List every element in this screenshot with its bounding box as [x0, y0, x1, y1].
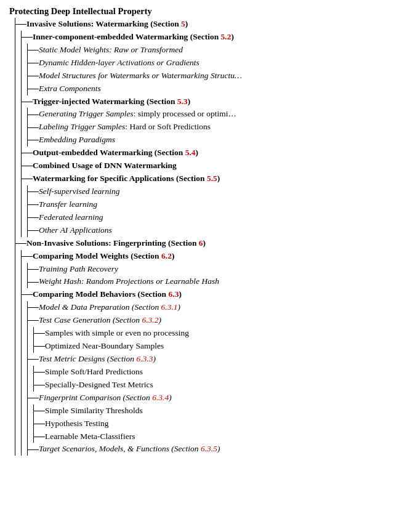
- node-label-fingerprint-comp: Fingerprint Comparison (Section 6.3.4): [39, 392, 172, 405]
- node-row-compare-weights: Comparing Model Weights (Section 6.2): [22, 250, 388, 263]
- node-row-embed-para: Embedding Paradigms: [28, 134, 388, 147]
- node-row-model-struct: Model Structures for Watermarks or Water…: [28, 70, 388, 83]
- node-row-invasive: Invasive Solutions: Watermarking (Sectio…: [15, 18, 388, 31]
- connector-h-label-trigger: [28, 127, 39, 128]
- node-label-other-ai: Other AI Applications: [39, 224, 112, 237]
- node-label-model-struct: Model Structures for Watermarks or Water…: [39, 70, 242, 83]
- node-label-training-path: Training Path Recovery: [39, 263, 118, 276]
- node-label-federated: Federated learning: [39, 211, 103, 224]
- node-row-test-metric: Test Metric Designs (Section 6.3.3): [28, 353, 388, 366]
- children-inner-test-metric: Simple Soft/Hard PredictionsSpecially-De…: [33, 366, 388, 392]
- connector-h-model-struct: [28, 76, 39, 76]
- connector-h-hypothesis: [34, 424, 45, 424]
- node-label-test-metric: Test Metric Designs (Section 6.3.3): [39, 353, 156, 366]
- root-connector: Invasive Solutions: Watermarking (Sectio…: [15, 18, 388, 456]
- connector-h-learnable-meta: [34, 437, 45, 437]
- node-row-federated: Federated learning: [28, 211, 388, 224]
- connector-h-gen-trigger: [28, 115, 39, 115]
- connector-h-fingerprint-comp: [28, 398, 39, 398]
- node-row-specially-designed: Specially-Designed Test Metrics: [34, 379, 388, 392]
- node-label-static: Static Model Weights: Raw or Transformed: [39, 44, 183, 57]
- node-row-training-path: Training Path Recovery: [28, 263, 388, 276]
- connector-h-model-data-prep: [28, 307, 39, 308]
- connector-h-compare-weights: [22, 256, 33, 257]
- node-row-simple-sim: Simple Similarity Thresholds: [34, 405, 388, 417]
- tree-node-non-invasive: Non-Invasive Solutions: Fingerprinting (…: [15, 237, 388, 456]
- connector-h-dynamic: [28, 63, 39, 63]
- children-inner-watermark-specific: Self-supervised learningTransfer learnin…: [27, 185, 388, 237]
- connector-h-embed-para: [28, 140, 39, 140]
- tree-node-test-case-gen: Test Case Generation (Section 6.3.2)Samp…: [28, 314, 388, 353]
- tree-node-target-scenarios: Target Scenarios, Models, & Functions (S…: [28, 443, 388, 456]
- tree-node-samples-simple: Samples with simple or even no processin…: [34, 327, 388, 340]
- node-label-inner-comp: Inner-component-embedded Watermarking (S…: [33, 31, 234, 44]
- node-label-embed-para: Embedding Paradigms: [39, 134, 115, 147]
- tree-node-dynamic: Dynamic Hidden-layer Activations or Grad…: [28, 57, 388, 70]
- node-label-learnable-meta: Learnable Meta-Classifiers: [45, 430, 135, 443]
- tree-node-gen-trigger: Generating Trigger Samples: simply proce…: [28, 108, 388, 121]
- node-label-output-embed: Output-embedded Watermarking (Section 5.…: [33, 147, 198, 159]
- node-row-optimized-near: Optimized Near-Boundary Samples: [34, 340, 388, 353]
- children-inner-fingerprint-comp: Simple Similarity ThresholdsHypothesis T…: [33, 405, 388, 443]
- node-label-hypothesis: Hypothesis Testing: [45, 417, 108, 430]
- children-inner-test-case-gen: Samples with simple or even no processin…: [33, 327, 388, 353]
- node-label-samples-simple: Samples with simple or even no processin…: [45, 327, 189, 340]
- children-inner-non-invasive: Comparing Model Weights (Section 6.2)Tra…: [21, 250, 388, 456]
- tree-node-compare-weights: Comparing Model Weights (Section 6.2)Tra…: [22, 250, 388, 289]
- connector-h-extra: [28, 89, 39, 89]
- tree-node-embed-para: Embedding Paradigms: [28, 134, 388, 147]
- connector-h-weight-hash: [28, 282, 39, 283]
- node-label-non-invasive: Non-Invasive Solutions: Fingerprinting (…: [26, 237, 206, 250]
- connector-h-transfer-learning: [28, 204, 39, 205]
- node-row-transfer-learning: Transfer learning: [28, 198, 388, 211]
- node-row-combined: Combined Usage of DNN Watermarking: [22, 159, 388, 172]
- tree-node-static: Static Model Weights: Raw or Transformed: [28, 44, 388, 57]
- tree-node-simple-sim: Simple Similarity Thresholds: [34, 405, 388, 417]
- node-row-fingerprint-comp: Fingerprint Comparison (Section 6.3.4): [28, 392, 388, 405]
- node-row-inner-comp: Inner-component-embedded Watermarking (S…: [22, 31, 388, 44]
- children-test-case-gen: Samples with simple or even no processin…: [28, 327, 388, 353]
- node-row-learnable-meta: Learnable Meta-Classifiers: [34, 430, 388, 443]
- children-trigger-inject: Generating Trigger Samples: simply proce…: [22, 108, 388, 147]
- node-label-weight-hash: Weight Hash: Random Projections or Learn…: [39, 275, 219, 288]
- children-watermark-specific: Self-supervised learningTransfer learnin…: [22, 185, 388, 237]
- tree-node-training-path: Training Path Recovery: [28, 263, 388, 276]
- node-row-simple-soft: Simple Soft/Hard Predictions: [34, 366, 388, 379]
- tree-node-specially-designed: Specially-Designed Test Metrics: [34, 379, 388, 392]
- node-row-label-trigger: Labeling Trigger Samples: Hard or Soft P…: [28, 121, 388, 134]
- connector-h-simple-soft: [34, 372, 45, 373]
- tree-node-trigger-inject: Trigger-injected Watermarking (Section 5…: [22, 95, 388, 147]
- connector-h-optimized-near: [34, 346, 45, 347]
- node-row-gen-trigger: Generating Trigger Samples: simply proce…: [28, 108, 388, 121]
- node-label-combined: Combined Usage of DNN Watermarking: [33, 159, 177, 172]
- node-row-extra: Extra Components: [28, 83, 388, 95]
- tree-node-combined: Combined Usage of DNN Watermarking: [22, 159, 388, 172]
- node-row-watermark-specific: Watermarking for Specific Applications (…: [22, 172, 388, 185]
- node-label-dynamic: Dynamic Hidden-layer Activations or Grad…: [39, 57, 199, 70]
- node-row-hypothesis: Hypothesis Testing: [34, 417, 388, 430]
- connector-h-static: [28, 50, 39, 50]
- tree-node-self-supervised: Self-supervised learning: [28, 185, 388, 198]
- node-row-test-case-gen: Test Case Generation (Section 6.3.2): [28, 314, 388, 327]
- children-test-metric: Simple Soft/Hard PredictionsSpecially-De…: [28, 366, 388, 392]
- tree-node-extra: Extra Components: [28, 83, 388, 95]
- children-inner-comp: Static Model Weights: Raw or Transformed…: [22, 44, 388, 95]
- node-label-trigger-inject: Trigger-injected Watermarking (Section 5…: [33, 95, 190, 108]
- connector-h-self-supervised: [28, 191, 39, 192]
- connector-h-inner-comp: [22, 37, 33, 38]
- connector-h-simple-sim: [34, 411, 45, 411]
- node-row-target-scenarios: Target Scenarios, Models, & Functions (S…: [28, 443, 388, 456]
- tree-node-invasive: Invasive Solutions: Watermarking (Sectio…: [15, 18, 388, 237]
- node-label-target-scenarios: Target Scenarios, Models, & Functions (S…: [39, 443, 220, 456]
- node-label-compare-weights: Comparing Model Weights (Section 6.2): [33, 250, 174, 263]
- tree-node-label-trigger: Labeling Trigger Samples: Hard or Soft P…: [28, 121, 388, 134]
- node-row-non-invasive: Non-Invasive Solutions: Fingerprinting (…: [15, 237, 388, 250]
- node-row-output-embed: Output-embedded Watermarking (Section 5.…: [22, 147, 388, 159]
- node-label-gen-trigger: Generating Trigger Samples: simply proce…: [39, 108, 236, 121]
- node-label-simple-soft: Simple Soft/Hard Predictions: [45, 366, 143, 379]
- node-label-watermark-specific: Watermarking for Specific Applications (…: [33, 172, 220, 185]
- tree-node-transfer-learning: Transfer learning: [28, 198, 388, 211]
- connector-h-specially-designed: [34, 385, 45, 385]
- connector-h-invasive: [15, 24, 26, 25]
- connector-h-federated: [28, 217, 39, 218]
